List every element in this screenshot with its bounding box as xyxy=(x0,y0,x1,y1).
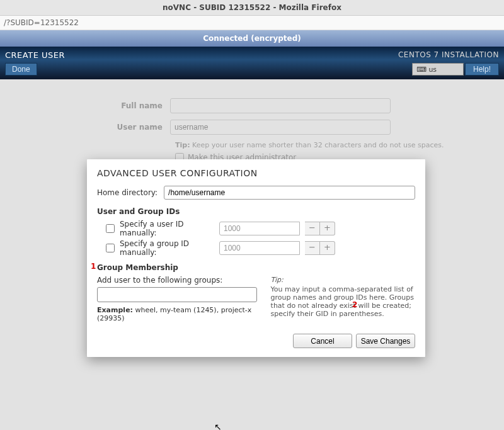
annotation-marker-1: 1 xyxy=(91,262,96,271)
homedir-field[interactable] xyxy=(164,186,415,200)
gid-increment-button[interactable]: + xyxy=(320,241,335,255)
groups-tip: Tip: You may input a comma-separated lis… xyxy=(271,276,415,322)
gid-checkbox[interactable] xyxy=(106,244,115,252)
uid-checkbox[interactable] xyxy=(106,224,115,233)
installer-brand: CENTOS 7 INSTALLATION xyxy=(398,50,499,59)
group-membership-header: Group Membership xyxy=(97,263,415,272)
gid-stepper: − + xyxy=(305,241,335,255)
uid-checkbox-label: Specify a user ID manually: xyxy=(120,220,214,237)
gid-field xyxy=(219,241,300,255)
dialog-title: ADVANCED USER CONFIGURATION xyxy=(97,168,415,178)
uid-decrement-button[interactable]: − xyxy=(305,222,320,235)
save-changes-button[interactable]: Save Changes xyxy=(356,334,415,348)
installer-header: CREATE USER CENTOS 7 INSTALLATION Done u… xyxy=(0,47,504,79)
uid-field xyxy=(219,222,300,235)
gid-decrement-button[interactable]: − xyxy=(305,241,320,255)
example-bold: Example: xyxy=(97,306,133,314)
tip-title: Tip: xyxy=(271,276,415,284)
gid-checkbox-label: Specify a group ID manually: xyxy=(120,239,214,257)
homedir-label: Home directory: xyxy=(97,188,158,197)
groups-field[interactable] xyxy=(97,287,257,302)
annotation-marker-2: 2 xyxy=(352,300,357,309)
keyboard-indicator[interactable]: us xyxy=(412,63,464,76)
uid-row: Specify a user ID manually: − + xyxy=(106,220,415,237)
done-button[interactable]: Done xyxy=(5,63,37,76)
page-title: CREATE USER xyxy=(5,50,65,60)
advanced-user-dialog: ADVANCED USER CONFIGURATION Home directo… xyxy=(87,159,425,357)
groups-field-label: Add user to the following groups: xyxy=(97,276,257,285)
tip-body: You may input a comma-separated list of … xyxy=(271,285,414,318)
uid-increment-button[interactable]: + xyxy=(320,222,335,235)
address-bar[interactable]: /?SUBID=12315522 xyxy=(0,16,504,30)
groups-example: Example: wheel, my-team (1245), project-… xyxy=(97,306,257,322)
window-titlebar: noVNC - SUBID 12315522 - Mozilla Firefox xyxy=(0,0,504,16)
cancel-button[interactable]: Cancel xyxy=(293,334,352,348)
help-button[interactable]: Help! xyxy=(465,63,499,76)
gid-row: Specify a group ID manually: − + xyxy=(106,239,415,257)
uid-stepper: − + xyxy=(305,222,335,235)
ids-section-header: User and Group IDs xyxy=(97,207,415,216)
vnc-status-bar: Connected (encrypted) xyxy=(0,30,504,47)
